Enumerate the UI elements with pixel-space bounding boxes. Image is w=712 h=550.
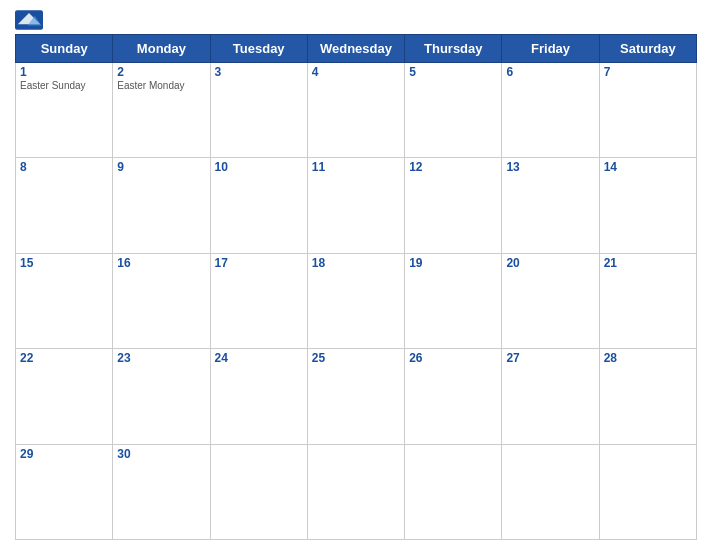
holiday-label: Easter Monday xyxy=(117,80,205,91)
calendar-header xyxy=(15,10,697,30)
day-number: 11 xyxy=(312,160,400,174)
calendar-week-row: 1Easter Sunday2Easter Monday34567 xyxy=(16,63,697,158)
calendar-day-cell: 19 xyxy=(405,253,502,348)
day-number: 9 xyxy=(117,160,205,174)
weekday-header-saturday: Saturday xyxy=(599,35,696,63)
day-number: 20 xyxy=(506,256,594,270)
calendar-day-cell: 29 xyxy=(16,444,113,539)
calendar-day-cell: 13 xyxy=(502,158,599,253)
day-number: 1 xyxy=(20,65,108,79)
holiday-label: Easter Sunday xyxy=(20,80,108,91)
calendar-week-row: 22232425262728 xyxy=(16,349,697,444)
day-number: 16 xyxy=(117,256,205,270)
calendar-day-cell: 16 xyxy=(113,253,210,348)
calendar-day-cell xyxy=(307,444,404,539)
calendar-day-cell: 12 xyxy=(405,158,502,253)
day-number: 13 xyxy=(506,160,594,174)
calendar-day-cell xyxy=(405,444,502,539)
calendar-day-cell: 22 xyxy=(16,349,113,444)
calendar-day-cell: 7 xyxy=(599,63,696,158)
day-number: 18 xyxy=(312,256,400,270)
calendar-day-cell: 21 xyxy=(599,253,696,348)
calendar-day-cell: 1Easter Sunday xyxy=(16,63,113,158)
day-number: 5 xyxy=(409,65,497,79)
calendar-day-cell: 30 xyxy=(113,444,210,539)
day-number: 30 xyxy=(117,447,205,461)
day-number: 21 xyxy=(604,256,692,270)
day-number: 15 xyxy=(20,256,108,270)
calendar-week-row: 2930 xyxy=(16,444,697,539)
calendar-day-cell: 23 xyxy=(113,349,210,444)
day-number: 19 xyxy=(409,256,497,270)
calendar-day-cell: 2Easter Monday xyxy=(113,63,210,158)
day-number: 4 xyxy=(312,65,400,79)
day-number: 26 xyxy=(409,351,497,365)
weekday-header-sunday: Sunday xyxy=(16,35,113,63)
day-number: 17 xyxy=(215,256,303,270)
calendar-day-cell: 15 xyxy=(16,253,113,348)
day-number: 10 xyxy=(215,160,303,174)
calendar-day-cell xyxy=(210,444,307,539)
calendar-day-cell: 28 xyxy=(599,349,696,444)
calendar-day-cell: 6 xyxy=(502,63,599,158)
calendar-body: 1Easter Sunday2Easter Monday345678910111… xyxy=(16,63,697,540)
calendar-table: SundayMondayTuesdayWednesdayThursdayFrid… xyxy=(15,34,697,540)
day-number: 29 xyxy=(20,447,108,461)
calendar-day-cell: 20 xyxy=(502,253,599,348)
weekday-header-wednesday: Wednesday xyxy=(307,35,404,63)
calendar-day-cell: 24 xyxy=(210,349,307,444)
day-number: 27 xyxy=(506,351,594,365)
day-number: 24 xyxy=(215,351,303,365)
calendar-day-cell: 11 xyxy=(307,158,404,253)
weekday-header-thursday: Thursday xyxy=(405,35,502,63)
calendar-day-cell: 10 xyxy=(210,158,307,253)
day-number: 28 xyxy=(604,351,692,365)
logo xyxy=(15,10,47,30)
day-number: 3 xyxy=(215,65,303,79)
day-number: 25 xyxy=(312,351,400,365)
day-number: 6 xyxy=(506,65,594,79)
weekday-header-friday: Friday xyxy=(502,35,599,63)
calendar-day-cell: 5 xyxy=(405,63,502,158)
calendar-day-cell: 9 xyxy=(113,158,210,253)
calendar-day-cell: 25 xyxy=(307,349,404,444)
day-number: 8 xyxy=(20,160,108,174)
calendar-day-cell: 18 xyxy=(307,253,404,348)
calendar-day-cell: 3 xyxy=(210,63,307,158)
calendar-week-row: 891011121314 xyxy=(16,158,697,253)
day-number: 2 xyxy=(117,65,205,79)
calendar-week-row: 15161718192021 xyxy=(16,253,697,348)
weekday-header-monday: Monday xyxy=(113,35,210,63)
calendar-day-cell: 17 xyxy=(210,253,307,348)
calendar-day-cell: 14 xyxy=(599,158,696,253)
calendar-day-cell xyxy=(502,444,599,539)
day-number: 23 xyxy=(117,351,205,365)
day-number: 12 xyxy=(409,160,497,174)
calendar-day-cell: 26 xyxy=(405,349,502,444)
calendar-day-cell: 8 xyxy=(16,158,113,253)
calendar-day-cell xyxy=(599,444,696,539)
day-number: 14 xyxy=(604,160,692,174)
calendar-day-cell: 4 xyxy=(307,63,404,158)
generalblue-logo-icon xyxy=(15,10,43,30)
weekday-header-tuesday: Tuesday xyxy=(210,35,307,63)
day-number: 22 xyxy=(20,351,108,365)
calendar-day-cell: 27 xyxy=(502,349,599,444)
day-number: 7 xyxy=(604,65,692,79)
weekday-header-row: SundayMondayTuesdayWednesdayThursdayFrid… xyxy=(16,35,697,63)
